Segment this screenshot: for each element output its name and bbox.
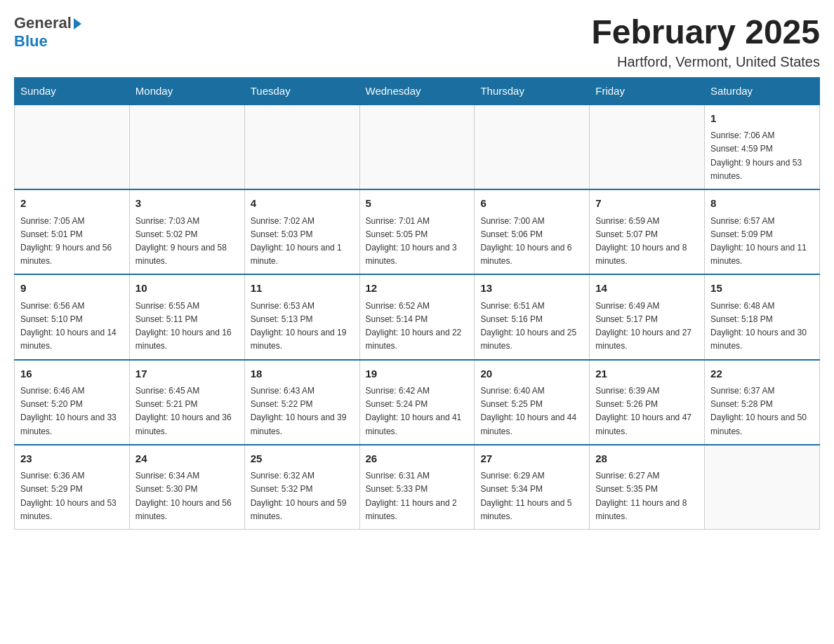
day-number: 22 (710, 366, 814, 382)
day-number: 23 (20, 451, 124, 467)
day-number: 9 (20, 281, 124, 297)
day-sun-info: Sunrise: 6:34 AMSunset: 5:30 PMDaylight:… (135, 469, 239, 523)
calendar-day-cell: 11Sunrise: 6:53 AMSunset: 5:13 PMDayligh… (244, 274, 359, 359)
day-number: 1 (710, 111, 814, 127)
day-sun-info: Sunrise: 6:39 AMSunset: 5:26 PMDaylight:… (595, 384, 699, 438)
calendar-day-cell (359, 105, 475, 189)
day-number: 8 (710, 196, 814, 212)
day-sun-info: Sunrise: 6:32 AMSunset: 5:32 PMDaylight:… (251, 469, 354, 523)
day-number: 18 (251, 366, 354, 382)
day-number: 2 (20, 196, 124, 212)
day-number: 24 (135, 451, 239, 467)
calendar-day-cell: 28Sunrise: 6:27 AMSunset: 5:35 PMDayligh… (590, 445, 705, 530)
day-number: 21 (595, 366, 699, 382)
day-number: 5 (366, 196, 469, 212)
day-number: 19 (366, 366, 469, 382)
day-sun-info: Sunrise: 6:49 AMSunset: 5:17 PMDaylight:… (595, 300, 699, 354)
calendar-day-cell (244, 105, 359, 189)
day-sun-info: Sunrise: 6:57 AMSunset: 5:09 PMDaylight:… (710, 215, 814, 269)
day-sun-info: Sunrise: 6:51 AMSunset: 5:16 PMDaylight:… (480, 300, 583, 354)
day-number: 4 (251, 196, 354, 212)
day-sun-info: Sunrise: 6:52 AMSunset: 5:14 PMDaylight:… (366, 300, 469, 354)
location-subtitle: Hartford, Vermont, United States (591, 54, 820, 70)
calendar-day-cell (15, 105, 130, 189)
day-sun-info: Sunrise: 6:29 AMSunset: 5:34 PMDaylight:… (480, 469, 583, 523)
calendar-day-cell: 15Sunrise: 6:48 AMSunset: 5:18 PMDayligh… (705, 274, 820, 359)
calendar-day-cell (129, 105, 244, 189)
calendar-day-header: Friday (590, 77, 705, 105)
calendar-day-cell: 16Sunrise: 6:46 AMSunset: 5:20 PMDayligh… (15, 360, 130, 445)
calendar-day-cell (475, 105, 590, 189)
calendar-day-cell: 18Sunrise: 6:43 AMSunset: 5:22 PMDayligh… (244, 360, 359, 445)
calendar-day-cell: 19Sunrise: 6:42 AMSunset: 5:24 PMDayligh… (359, 360, 475, 445)
calendar-day-header: Wednesday (359, 77, 475, 105)
day-number: 26 (366, 451, 469, 467)
day-sun-info: Sunrise: 7:00 AMSunset: 5:06 PMDaylight:… (480, 215, 583, 269)
day-sun-info: Sunrise: 6:59 AMSunset: 5:07 PMDaylight:… (595, 215, 699, 269)
calendar-day-header: Monday (129, 77, 244, 105)
logo: General Blue (14, 14, 81, 51)
calendar-day-cell: 14Sunrise: 6:49 AMSunset: 5:17 PMDayligh… (590, 274, 705, 359)
calendar-week-row: 23Sunrise: 6:36 AMSunset: 5:29 PMDayligh… (15, 445, 820, 530)
calendar-day-cell: 2Sunrise: 7:05 AMSunset: 5:01 PMDaylight… (15, 189, 130, 274)
calendar-day-header: Sunday (15, 77, 130, 105)
calendar-day-cell: 23Sunrise: 6:36 AMSunset: 5:29 PMDayligh… (15, 445, 130, 530)
calendar-day-cell: 4Sunrise: 7:02 AMSunset: 5:03 PMDaylight… (244, 189, 359, 274)
calendar-week-row: 16Sunrise: 6:46 AMSunset: 5:20 PMDayligh… (15, 360, 820, 445)
calendar-day-header: Tuesday (244, 77, 359, 105)
day-number: 15 (710, 281, 814, 297)
calendar-day-cell: 10Sunrise: 6:55 AMSunset: 5:11 PMDayligh… (129, 274, 244, 359)
day-sun-info: Sunrise: 6:37 AMSunset: 5:28 PMDaylight:… (710, 384, 814, 438)
calendar-day-cell: 3Sunrise: 7:03 AMSunset: 5:02 PMDaylight… (129, 189, 244, 274)
day-sun-info: Sunrise: 7:02 AMSunset: 5:03 PMDaylight:… (251, 215, 354, 269)
day-number: 28 (595, 451, 699, 467)
day-number: 27 (480, 451, 583, 467)
calendar-day-cell: 8Sunrise: 6:57 AMSunset: 5:09 PMDaylight… (705, 189, 820, 274)
calendar-day-cell: 5Sunrise: 7:01 AMSunset: 5:05 PMDaylight… (359, 189, 475, 274)
calendar-day-cell: 22Sunrise: 6:37 AMSunset: 5:28 PMDayligh… (705, 360, 820, 445)
day-sun-info: Sunrise: 6:31 AMSunset: 5:33 PMDaylight:… (366, 469, 469, 523)
day-number: 16 (20, 366, 124, 382)
day-sun-info: Sunrise: 6:27 AMSunset: 5:35 PMDaylight:… (595, 469, 699, 523)
calendar-day-cell: 20Sunrise: 6:40 AMSunset: 5:25 PMDayligh… (475, 360, 590, 445)
day-sun-info: Sunrise: 7:01 AMSunset: 5:05 PMDaylight:… (366, 215, 469, 269)
day-number: 13 (480, 281, 583, 297)
calendar-day-cell: 13Sunrise: 6:51 AMSunset: 5:16 PMDayligh… (475, 274, 590, 359)
calendar-day-cell: 9Sunrise: 6:56 AMSunset: 5:10 PMDaylight… (15, 274, 130, 359)
calendar-day-cell: 27Sunrise: 6:29 AMSunset: 5:34 PMDayligh… (475, 445, 590, 530)
day-number: 17 (135, 366, 239, 382)
page-header: General Blue February 2025 Hartford, Ver… (14, 14, 820, 70)
day-sun-info: Sunrise: 6:53 AMSunset: 5:13 PMDaylight:… (251, 300, 354, 354)
day-sun-info: Sunrise: 6:56 AMSunset: 5:10 PMDaylight:… (20, 300, 124, 354)
day-sun-info: Sunrise: 6:46 AMSunset: 5:20 PMDaylight:… (20, 384, 124, 438)
day-sun-info: Sunrise: 6:40 AMSunset: 5:25 PMDaylight:… (480, 384, 583, 438)
calendar-day-cell: 24Sunrise: 6:34 AMSunset: 5:30 PMDayligh… (129, 445, 244, 530)
day-number: 12 (366, 281, 469, 297)
logo-blue-text: Blue (14, 32, 48, 51)
calendar-day-cell: 25Sunrise: 6:32 AMSunset: 5:32 PMDayligh… (244, 445, 359, 530)
day-sun-info: Sunrise: 7:06 AMSunset: 4:59 PMDaylight:… (710, 129, 814, 183)
calendar-day-cell: 6Sunrise: 7:00 AMSunset: 5:06 PMDaylight… (475, 189, 590, 274)
month-title: February 2025 (591, 14, 820, 51)
calendar-day-cell: 26Sunrise: 6:31 AMSunset: 5:33 PMDayligh… (359, 445, 475, 530)
calendar-day-cell (705, 445, 820, 530)
day-number: 6 (480, 196, 583, 212)
title-section: February 2025 Hartford, Vermont, United … (591, 14, 820, 70)
logo-arrow-icon (74, 18, 81, 29)
day-sun-info: Sunrise: 6:55 AMSunset: 5:11 PMDaylight:… (135, 300, 239, 354)
day-sun-info: Sunrise: 6:36 AMSunset: 5:29 PMDaylight:… (20, 469, 124, 523)
calendar-week-row: 2Sunrise: 7:05 AMSunset: 5:01 PMDaylight… (15, 189, 820, 274)
calendar-table: SundayMondayTuesdayWednesdayThursdayFrid… (14, 77, 820, 530)
day-number: 11 (251, 281, 354, 297)
day-sun-info: Sunrise: 6:45 AMSunset: 5:21 PMDaylight:… (135, 384, 239, 438)
day-sun-info: Sunrise: 7:05 AMSunset: 5:01 PMDaylight:… (20, 215, 124, 269)
calendar-day-cell: 21Sunrise: 6:39 AMSunset: 5:26 PMDayligh… (590, 360, 705, 445)
calendar-day-header: Saturday (705, 77, 820, 105)
calendar-week-row: 9Sunrise: 6:56 AMSunset: 5:10 PMDaylight… (15, 274, 820, 359)
calendar-day-cell: 7Sunrise: 6:59 AMSunset: 5:07 PMDaylight… (590, 189, 705, 274)
day-number: 25 (251, 451, 354, 467)
day-number: 10 (135, 281, 239, 297)
calendar-day-cell: 12Sunrise: 6:52 AMSunset: 5:14 PMDayligh… (359, 274, 475, 359)
logo-general-text: General (14, 14, 72, 32)
day-sun-info: Sunrise: 6:42 AMSunset: 5:24 PMDaylight:… (366, 384, 469, 438)
